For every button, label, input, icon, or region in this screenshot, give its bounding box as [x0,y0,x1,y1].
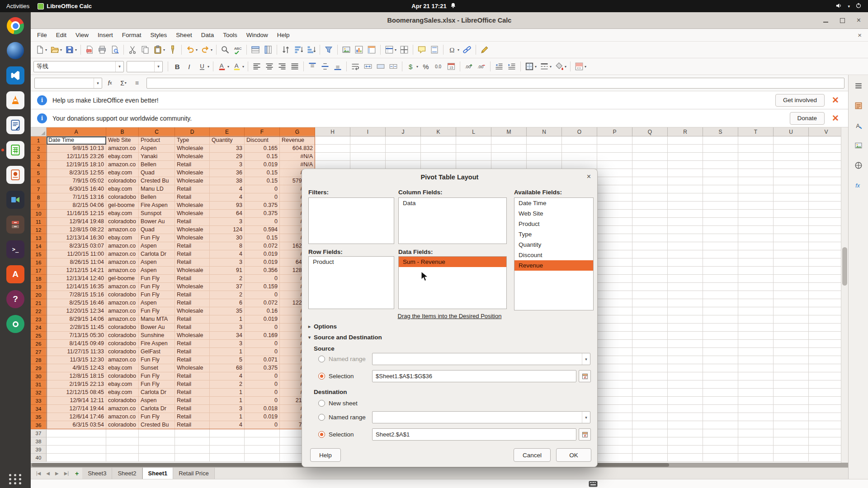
row-header-30[interactable]: 30 [31,372,47,380]
cell-A1[interactable]: Date Time [47,136,106,145]
cell-S8[interactable] [703,193,738,202]
field-item-revenue[interactable]: Revenue [514,260,593,271]
source-selection-radio[interactable] [318,373,325,380]
previous-sheet-icon[interactable]: ◀ [43,471,52,476]
headers-and-footers-button[interactable] [428,43,441,56]
cell-H1[interactable] [315,136,350,145]
cell-S36[interactable] [703,421,738,429]
add-sheet-icon[interactable]: + [71,470,82,477]
menu-sheet[interactable]: Sheet [171,30,196,41]
autofilter-button[interactable] [322,43,335,56]
cell-U2[interactable] [774,145,809,153]
cell-A21[interactable]: 8/25/15 16:46 [47,299,106,307]
cell-E31[interactable]: 2 [210,380,245,389]
dropdown-arrow-icon[interactable]: ▾ [395,48,396,52]
first-sheet-icon[interactable]: |◀ [33,471,43,476]
cell-D31[interactable]: Retail [175,380,210,389]
cell-C13[interactable]: Fun Fly [139,234,175,242]
field-item-data[interactable]: Data [399,198,506,208]
dock-item-vlc[interactable] [5,90,25,110]
close-window-button[interactable]: × [857,17,861,24]
cell-Q5[interactable] [632,169,668,177]
cell-Q12[interactable] [632,226,668,234]
cell-R33[interactable] [668,397,703,405]
cell-V29[interactable] [809,364,841,372]
center-vertically-button[interactable] [319,60,331,73]
dropdown-arrow-icon[interactable]: ▾ [565,65,566,69]
cell-U10[interactable] [774,210,809,218]
cell-E37[interactable] [210,429,245,437]
cell-U8[interactable] [774,193,809,202]
cell-O3[interactable] [562,153,597,161]
cell-I2[interactable] [350,145,386,153]
cell-E36[interactable]: 4 [210,421,245,429]
cell-K3[interactable] [421,153,456,161]
name-box[interactable]: ▾ [34,78,102,89]
cell-D37[interactable] [175,429,210,437]
cell-A4[interactable]: 12/19/15 18:10 [47,161,106,169]
column-header-K[interactable]: K [421,127,456,136]
cell-D10[interactable]: Wholesale [175,210,210,218]
cell-C14[interactable]: Aspen [139,242,175,250]
cell-B35[interactable]: amazon.co [106,413,139,421]
cell-U28[interactable] [774,356,809,364]
cell-E38[interactable] [210,437,245,446]
cell-D11[interactable]: Retail [175,218,210,226]
cell-A18[interactable]: 12/13/14 12:40 [47,275,106,283]
cell-P5[interactable] [597,169,632,177]
cell-T17[interactable] [738,267,774,275]
cell-C5[interactable]: Quad [139,169,175,177]
cell-V40[interactable] [809,454,841,462]
cell-E39[interactable] [210,446,245,454]
cell-E6[interactable]: 38 [210,177,245,185]
cell-H2[interactable] [315,145,350,153]
spelling-button[interactable]: ABC [231,43,244,56]
activities-button[interactable]: Activities [6,3,29,9]
cell-C20[interactable]: Fun Fly [139,291,175,299]
chevron-down-icon[interactable]: ▾ [115,61,123,72]
cell-S26[interactable] [703,340,738,348]
cell-F2[interactable]: 0.165 [245,145,280,153]
cell-T14[interactable] [738,242,774,250]
column-header-N[interactable]: N [527,127,562,136]
dock-item-calc[interactable] [5,140,25,160]
cell-U20[interactable] [774,291,809,299]
cell-S30[interactable] [703,372,738,380]
cell-C31[interactable]: Fun Fly [139,380,175,389]
cell-C9[interactable]: Fire Aspen [139,202,175,210]
cell-A29[interactable]: 4/9/15 12:43 [47,364,106,372]
cell-P40[interactable] [597,454,632,462]
cell-E16[interactable]: 3 [210,258,245,267]
cell-B15[interactable]: amazon.co [106,250,139,258]
cell-D8[interactable]: Retail [175,193,210,202]
cell-T5[interactable] [738,169,774,177]
cell-R31[interactable] [668,380,703,389]
cell-Q17[interactable] [632,267,668,275]
sort-button[interactable] [279,43,292,56]
align-top-button[interactable] [306,60,319,73]
cell-F20[interactable]: 0 [245,291,280,299]
cell-A3[interactable]: 12/11/15 23:26 [47,153,106,161]
cell-E9[interactable]: 93 [210,202,245,210]
cell-S20[interactable] [703,291,738,299]
cell-T6[interactable] [738,177,774,185]
cell-B33[interactable]: coloradobo [106,397,139,405]
cell-R30[interactable] [668,372,703,380]
cell-P1[interactable] [597,136,632,145]
cell-T32[interactable] [738,389,774,397]
cell-P39[interactable] [597,446,632,454]
cell-T25[interactable] [738,332,774,340]
cell-R39[interactable] [668,446,703,454]
cell-P24[interactable] [597,324,632,332]
cell-E22[interactable]: 35 [210,307,245,315]
cell-T29[interactable] [738,364,774,372]
cell-S21[interactable] [703,299,738,307]
cell-R13[interactable] [668,234,703,242]
cell-T40[interactable] [738,454,774,462]
chevron-down-icon[interactable]: ▾ [582,412,590,423]
cell-F38[interactable] [245,437,280,446]
cell-A30[interactable]: 12/8/15 18:15 [47,372,106,380]
cell-U11[interactable] [774,218,809,226]
cell-K1[interactable] [421,136,456,145]
cell-S6[interactable] [703,177,738,185]
